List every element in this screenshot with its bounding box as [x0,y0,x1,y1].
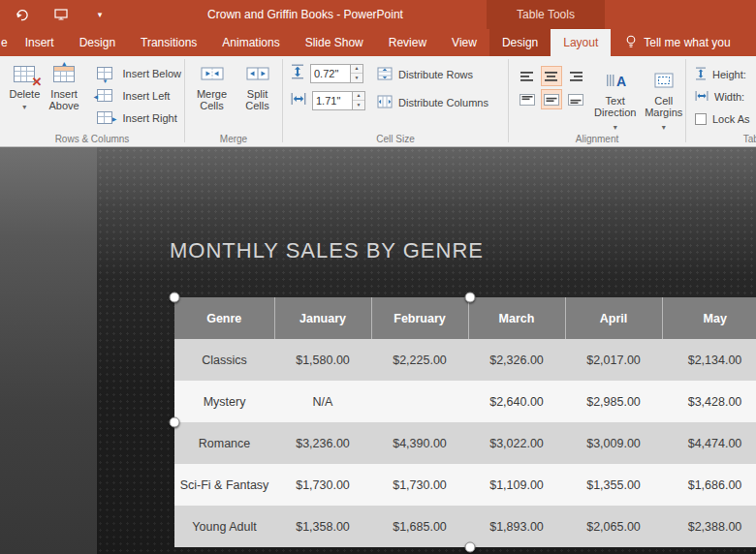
distribute-columns-icon [377,95,393,110]
selection-handle-middle-left[interactable] [170,417,180,428]
table-row-mystery: Mystery N/A $2,640.00 $2,985.00 $3,428.0… [174,381,756,422]
table-cell[interactable]: $4,474.00 [662,422,756,464]
slide-title[interactable]: MONTHLY SALES BY GENRE [170,238,484,263]
align-right-button[interactable] [565,66,586,86]
text-direction-button[interactable]: A Text Direction [594,63,636,134]
insert-right-button[interactable]: Insert Right [90,107,184,129]
distribute-columns-label: Distribute Columns [398,97,488,108]
insert-right-label: Insert Right [122,112,176,124]
tab-view[interactable]: View [439,29,489,56]
selection-handle-top-left[interactable] [170,292,180,303]
table-cell[interactable]: $1,109.00 [468,464,565,506]
ribbon-tab-bar: e Insert Design Transitions Animations S… [0,29,756,56]
customize-qat-chevron-icon[interactable]: ▾ [91,6,109,23]
spin-up-icon[interactable] [353,92,364,102]
selection-handle-bottom-center[interactable] [465,542,476,553]
cell-width-input[interactable] [312,91,353,110]
spin-up-icon[interactable] [351,65,362,75]
table-cell[interactable]: $3,009.00 [565,422,662,464]
table-height-row[interactable]: Height: [695,65,756,83]
group-label-cell-size: Cell Size [283,134,508,144]
table-cell[interactable]: $3,428.00 [662,381,756,422]
tab-transitions[interactable]: Transitions [128,29,209,56]
table-cell[interactable]: $1,358.00 [274,506,371,547]
table-cell[interactable]: $2,640.00 [468,381,565,422]
cell-margins-button[interactable]: Cell Margins [644,63,683,134]
table-cell[interactable]: Romance [174,422,274,464]
slide-canvas[interactable]: MONTHLY SALES BY GENRE Genre January Feb… [97,147,756,554]
table-width-row[interactable]: Width: [695,87,756,106]
tab-animations[interactable]: Animations [209,29,292,56]
insert-below-button[interactable]: Insert Below [90,62,184,84]
table-cell[interactable]: $3,236.00 [274,422,371,464]
lock-aspect-checkbox[interactable] [695,113,707,125]
tab-table-layout[interactable]: Layout [551,29,611,56]
insert-right-icon [93,109,116,126]
align-top-button[interactable] [517,89,538,109]
group-label-table-size: Tabl [686,134,756,144]
tab-file-partial[interactable]: e [0,29,13,56]
table-cell[interactable]: $1,730.00 [274,464,371,506]
table-cell[interactable]: $1,893.00 [468,506,565,547]
table-cell[interactable]: $1,355.00 [565,464,662,506]
tab-insert[interactable]: Insert [13,29,67,56]
quick-access-toolbar: ▾ [14,0,109,29]
table-cell[interactable]: $2,134.00 [662,339,756,381]
header-cell-april[interactable]: April [565,297,662,339]
table-cell[interactable]: $1,685.00 [371,506,468,547]
cell-height-input[interactable] [310,64,351,83]
table-cell[interactable]: $1,730.00 [371,464,468,506]
insert-left-button[interactable]: Insert Left [90,84,184,107]
table-cell[interactable]: $2,225.00 [371,339,468,381]
insert-above-button[interactable]: Insert Above [45,56,84,129]
selection-handle-top-center[interactable] [465,292,476,303]
table-cell[interactable]: $4,390.00 [371,422,468,464]
table-cell[interactable]: $2,065.00 [565,506,662,547]
redo-icon[interactable] [14,6,31,23]
table-cell[interactable]: $2,985.00 [565,381,662,422]
tab-review[interactable]: Review [376,29,439,56]
table-cell[interactable]: $2,388.00 [662,506,756,547]
align-bottom-button[interactable] [565,89,586,109]
header-cell-january[interactable]: January [274,297,371,339]
tell-me-box[interactable]: Tell me what you [611,29,756,56]
table-cell[interactable]: Sci-Fi & Fantasy [174,464,274,506]
split-cells-button[interactable]: Split Cells [235,56,280,111]
table-cell[interactable]: $2,017.00 [565,339,662,381]
distribute-columns-button[interactable]: Distribute Columns [377,93,488,112]
table-cell[interactable]: $3,022.00 [468,422,565,464]
text-direction-label: Text Direction [594,95,636,134]
table-cell[interactable]: $1,686.00 [662,464,756,506]
table-cell[interactable]: Mystery [174,381,274,422]
table-cell[interactable]: $2,326.00 [468,339,565,381]
table-cell[interactable]: $1,580.00 [274,339,371,381]
table-cell[interactable]: Classics [174,339,274,381]
header-cell-may[interactable]: May [662,297,756,339]
distribute-rows-button[interactable]: Distribute Rows [377,65,488,84]
tab-slide-show[interactable]: Slide Show [293,29,376,56]
lock-aspect-ratio-row[interactable]: Lock As [695,109,756,128]
header-cell-genre[interactable]: Genre [174,297,274,339]
table-cell[interactable]: N/A [274,381,371,422]
table-cell[interactable]: Young Adult [174,506,274,547]
header-cell-february[interactable]: February [371,297,468,339]
start-from-beginning-icon[interactable] [52,6,70,23]
table-row-romance: Romance $3,236.00 $4,390.00 $3,022.00 $3… [174,422,756,464]
align-left-button[interactable] [517,66,538,86]
table-cell[interactable] [371,381,468,422]
delete-button[interactable]: Delete [5,56,45,129]
sales-table[interactable]: Genre January February March April May C… [174,297,756,547]
tab-table-design[interactable]: Design [489,29,551,56]
header-cell-march[interactable]: March [468,297,565,339]
spin-down-icon[interactable] [351,74,362,82]
merge-cells-label: Merge Cells [189,88,235,111]
spin-down-icon[interactable] [353,101,364,109]
cell-height-spinner [351,64,363,83]
align-middle-button[interactable] [541,89,562,109]
merge-cells-button[interactable]: Merge Cells [189,56,235,111]
insert-buttons-stack: Insert Below Insert Left Insert Right [90,56,184,129]
tab-design[interactable]: Design [67,29,128,56]
table-header-row: Genre January February March April May [174,297,756,339]
align-center-button[interactable] [541,66,562,86]
svg-text:A: A [616,74,626,89]
